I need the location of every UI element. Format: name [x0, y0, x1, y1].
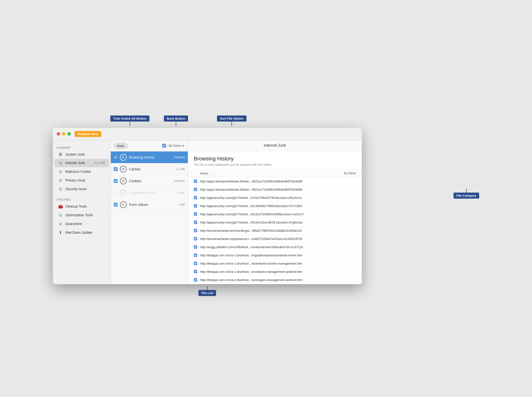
- file-name-9: http://evgpj.adsbtrk.com/c/06a9caf...com…: [200, 245, 356, 249]
- caches-count: 1.1 MB: [176, 167, 185, 171]
- close-button[interactable]: [57, 132, 60, 136]
- file-checkbox-5[interactable]: [194, 212, 197, 216]
- malicious-cookie-icon: ⊙: [58, 169, 63, 174]
- sidebar-label-malicious-cookie: Malicious Cookie: [65, 170, 105, 173]
- sort-file-label: Sort File Option: [217, 115, 246, 122]
- category-item-browsing-history[interactable]: ⟳ Browsing History 75 items: [111, 152, 188, 163]
- sidebar-item-malicious-cookie[interactable]: ⊙ Malicious Cookie: [54, 167, 109, 176]
- file-list-item[interactable]: http://appsecurityr.com/gl1/?clickid...e…: [188, 210, 362, 218]
- browsing-history-checkbox[interactable]: [114, 155, 118, 159]
- sort-file-annotation: Sort File Option: [217, 115, 246, 126]
- download-history-icon: ⟳: [120, 189, 127, 196]
- category-list: ⟳ Browsing History 75 items ⟳ Caches 1.1…: [111, 152, 188, 284]
- quarantine-icon: ⊙: [58, 222, 63, 226]
- file-list-annotation-wrapper: File List: [53, 286, 362, 296]
- sidebar-item-optimization-tools[interactable]: ⊙ Optimization Tools: [54, 211, 109, 219]
- file-list-item[interactable]: http://evgpj.adsbtrk.com/c/06a9caf...com…: [188, 243, 362, 251]
- file-checkbox-3[interactable]: [194, 196, 197, 199]
- maximize-button[interactable]: [67, 132, 71, 136]
- middle-panel-header: Back By Name: [111, 140, 188, 152]
- register-now-button[interactable]: Register Now: [75, 131, 101, 137]
- sidebar-label-optimization-tools: Optimization Tools: [65, 213, 105, 217]
- file-name-7: http://boostmacfaster.tech/landings/...f…: [200, 229, 356, 232]
- traffic-lights: [57, 132, 71, 136]
- sidebar-item-quarantine[interactable]: ⊙ Quarantine: [54, 220, 109, 228]
- sort-select[interactable]: By Name: [168, 144, 185, 148]
- col-name-label: Name: [200, 172, 344, 175]
- sidebar-item-system-junk[interactable]: 🗑 System Junk: [54, 150, 109, 159]
- file-list-item[interactable]: http://itkaigai.com.md-la-1.bluehost...s…: [188, 268, 362, 276]
- form-values-icon: ⟳: [120, 201, 127, 208]
- file-checkbox-4[interactable]: [194, 204, 197, 208]
- file-name-12: http://itkaigai.com.md-la-1.bluehost...s…: [200, 270, 356, 274]
- sidebar-item-security-issue[interactable]: ⊙ Security Issue: [54, 185, 109, 193]
- sidebar-label-privacy-issue: Privacy Issue: [65, 178, 105, 182]
- right-panel: Internet Junk Browsing History The list …: [188, 140, 362, 284]
- form-values-checkbox[interactable]: [114, 203, 118, 207]
- file-name-10: http://itkaigai.com.md-la-1.bluehost...m…: [200, 253, 356, 257]
- file-checkbox-13[interactable]: [194, 278, 197, 282]
- sidebar-label-system-junk: System Junk: [65, 152, 105, 156]
- browsing-history-count: 75 items: [174, 156, 185, 159]
- title-bar: Register Now: [53, 128, 362, 140]
- back-button[interactable]: Back: [114, 143, 128, 149]
- sidebar-item-privacy-issue[interactable]: ⊙ Privacy Issue: [54, 176, 109, 185]
- file-list-item[interactable]: http://appsecurityr.com/gl1/?clickid...9…: [188, 218, 362, 227]
- file-list-item[interactable]: http://app2.letmacworkfaster.life/lan...…: [188, 177, 362, 186]
- file-list-item[interactable]: http://boostmacfaster.top/paramss=...e3d…: [188, 235, 362, 243]
- file-list-item[interactable]: http://boostmacfaster.tech/landings/...f…: [188, 227, 362, 235]
- detail-title: Browsing History: [194, 156, 356, 162]
- caches-icon: ⟳: [120, 166, 127, 173]
- file-list-label: File List: [198, 290, 216, 296]
- download-history-count: Clean: [177, 191, 185, 195]
- form-values-name: Form Values: [129, 203, 176, 207]
- file-checkbox-6[interactable]: [194, 221, 197, 224]
- file-checkbox-9[interactable]: [194, 245, 197, 249]
- sidebar-item-cleanup-tools[interactable]: 🧰 Cleanup Tools: [54, 202, 109, 211]
- browsing-history-icon: ⟳: [120, 154, 127, 161]
- file-category-box: File Category: [454, 193, 479, 199]
- detail-header: Browsing History The list of web address…: [188, 151, 362, 170]
- file-name-6: http://appsecurityr.com/gl1/?clickid...9…: [200, 221, 356, 224]
- file-list-item[interactable]: http://itkaigai.com.md-la-1.bluehost...m…: [188, 276, 362, 284]
- file-name-13: http://itkaigai.com.md-la-1.bluehost...m…: [200, 278, 356, 282]
- file-checkbox-7[interactable]: [194, 229, 197, 232]
- tick-untick-label: Tick/ Untick All Button: [110, 115, 149, 122]
- file-name-11: http://itkaigai.com.md-la-1.bluehost...n…: [200, 262, 356, 265]
- caches-checkbox[interactable]: [114, 167, 118, 171]
- sidebar-item-internet-junk[interactable]: ⊙ Internet Junk 91.9 MB: [54, 159, 109, 167]
- file-list-item[interactable]: http://app2.letmacworkfaster.life/lan...…: [188, 186, 362, 194]
- file-list-item[interactable]: http://itkaigai.com.md-la-1.bluehost...n…: [188, 260, 362, 268]
- file-list-annotation: File List: [198, 286, 216, 296]
- sidebar-item-macclean-update[interactable]: ⬆ MacClean Update: [54, 228, 109, 237]
- trash-icon: 🗑: [58, 152, 63, 157]
- back-button-annotation: Back Button: [164, 115, 188, 126]
- form-values-count: 4 KB: [179, 203, 185, 206]
- file-checkbox-12[interactable]: [194, 270, 197, 273]
- sidebar-section-cleanup: Cleanup: [53, 144, 111, 150]
- file-list-item[interactable]: http://itkaigai.com.md-la-1.bluehost...m…: [188, 251, 362, 260]
- file-name-4: http://appsecurityr.com/gl1/?clickid...8…: [200, 204, 356, 208]
- file-name-8: http://boostmacfaster.top/paramss=...e3d…: [200, 237, 356, 241]
- sidebar-label-macclean-update: MacClean Update: [65, 231, 105, 234]
- category-item-cookies[interactable]: ⟳ Cookies 24 items: [111, 175, 188, 187]
- category-item-form-values[interactable]: ⟳ Form Values 4 KB: [111, 199, 188, 211]
- cookies-checkbox[interactable]: [114, 179, 118, 183]
- file-checkbox-11[interactable]: [194, 262, 197, 265]
- col-sort-button[interactable]: By Name: [344, 172, 356, 175]
- back-button-label: Back Button: [164, 115, 188, 122]
- file-checkbox-10[interactable]: [194, 253, 197, 257]
- caches-name: Caches: [129, 167, 173, 171]
- category-item-download-history: ⟳ Download History Clean: [111, 187, 188, 199]
- tick-all-checkbox[interactable]: [162, 144, 166, 148]
- file-checkbox-1[interactable]: [194, 180, 197, 183]
- file-name-1: http://app2.letmacworkfaster.life/lan...…: [200, 180, 356, 183]
- file-list: http://app2.letmacworkfaster.life/lan...…: [188, 177, 362, 284]
- category-item-caches[interactable]: ⟳ Caches 1.1 MB: [111, 163, 188, 175]
- file-list-item[interactable]: http://appsecurityr.com/gl1/?clickid...0…: [188, 194, 362, 202]
- file-list-item[interactable]: http://appsecurityr.com/gl1/?clickid...8…: [188, 202, 362, 210]
- file-checkbox-8[interactable]: [194, 237, 197, 240]
- file-name-3: http://appsecurityr.com/gl1/?clickid...0…: [200, 196, 356, 200]
- file-checkbox-2[interactable]: [194, 188, 197, 191]
- minimize-button[interactable]: [62, 132, 65, 136]
